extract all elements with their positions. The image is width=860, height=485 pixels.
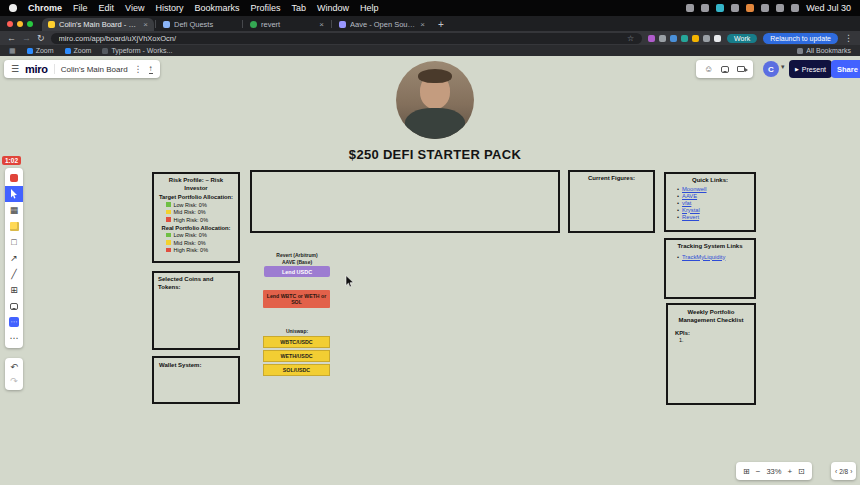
timer-badge[interactable]: 1:02 — [2, 156, 21, 165]
comments-icon[interactable] — [721, 66, 729, 73]
menubar-status-icon[interactable] — [686, 4, 694, 12]
comment-tool-button[interactable] — [5, 298, 23, 314]
undo-icon[interactable]: ↶ — [10, 360, 18, 374]
bookmark-zoom-2[interactable]: Zoom — [65, 47, 92, 54]
board-name[interactable]: Colin's Main Board — [61, 65, 128, 74]
main-empty-frame[interactable] — [250, 170, 560, 233]
tab-close-icon[interactable]: × — [143, 20, 148, 29]
next-frame-icon[interactable]: › — [850, 468, 852, 475]
all-bookmarks-button[interactable]: All Bookmarks — [797, 47, 851, 54]
menubar-status-icon[interactable] — [701, 4, 709, 12]
redo-icon[interactable]: ↷ — [10, 374, 18, 388]
menubar-item-view[interactable]: View — [125, 3, 144, 13]
sticky-note-tool-button[interactable] — [5, 218, 23, 234]
fullscreen-icon[interactable]: ⊡ — [798, 467, 805, 476]
window-zoom-button[interactable] — [27, 21, 33, 27]
menubar-item-help[interactable]: Help — [360, 3, 379, 13]
puzzle-extensions-icon[interactable] — [714, 35, 721, 42]
bookmark-typeform[interactable]: Typeform - Works... — [102, 47, 172, 54]
menubar-item-profiles[interactable]: Profiles — [250, 3, 280, 13]
window-close-button[interactable] — [7, 21, 13, 27]
zoom-out-button[interactable]: − — [756, 467, 761, 476]
tab-aave[interactable]: Aave - Open Source Liquidit... × — [333, 18, 431, 31]
frames-grid-icon[interactable]: ⊞ — [743, 467, 750, 476]
menubar-item-edit[interactable]: Edit — [99, 3, 115, 13]
pen-tool-button[interactable]: ╱ — [5, 266, 23, 282]
link-aave[interactable]: AAVE — [682, 193, 697, 199]
weekly-checklist-frame[interactable]: Weekly Portfolio Management Checklist KP… — [666, 303, 756, 405]
apps-tool-button[interactable]: ⋯ — [5, 314, 23, 330]
new-tab-button[interactable]: + — [438, 19, 444, 30]
prev-frame-icon[interactable]: ‹ — [835, 468, 837, 475]
board-options-icon[interactable]: ⋮ — [134, 64, 143, 74]
pool-card-weth-usdc[interactable]: WETH/USDC — [263, 350, 330, 362]
user-avatar[interactable]: C — [763, 61, 779, 77]
link-revert[interactable]: Revert — [682, 214, 699, 220]
lend-usdc-card[interactable]: Lend USDC — [264, 266, 330, 277]
current-figures-frame[interactable]: Current Figures: — [568, 170, 655, 233]
wallet-system-frame[interactable]: Wallet System: — [152, 356, 240, 404]
extension-icon[interactable] — [681, 35, 688, 42]
video-call-icon[interactable] — [737, 66, 745, 72]
more-tools-button[interactable]: ⋯ — [5, 330, 23, 346]
board-heading-text[interactable]: $250 DEFI STARTER PACK — [285, 147, 585, 162]
menubar-item-tab[interactable]: Tab — [291, 3, 306, 13]
menubar-item-file[interactable]: File — [73, 3, 88, 13]
bookmark-zoom-1[interactable]: Zoom — [27, 47, 54, 54]
shapes-tool-button[interactable]: □ — [5, 234, 23, 250]
select-tool-button[interactable] — [5, 186, 23, 202]
menubar-clock[interactable]: Wed Jul 30 — [806, 3, 851, 13]
frame-tool-button[interactable]: ⊞ — [5, 282, 23, 298]
export-board-icon[interactable]: ↑ — [149, 65, 153, 74]
extension-icon[interactable] — [648, 35, 655, 42]
chrome-profile-chip[interactable]: Work — [727, 34, 757, 43]
pool-card-sol-usdc[interactable]: SOL/USDC — [263, 364, 330, 376]
reactions-icon[interactable]: ☺ — [704, 65, 713, 74]
hamburger-menu-icon[interactable]: ☰ — [11, 64, 19, 74]
extension-icon[interactable] — [670, 35, 677, 42]
reload-icon[interactable]: ↻ — [37, 34, 45, 43]
tab-close-icon[interactable]: × — [420, 20, 425, 29]
connector-tool-button[interactable]: ↗ — [5, 250, 23, 266]
menubar-status-icon[interactable] — [776, 4, 784, 12]
zoom-level[interactable]: 33% — [766, 467, 781, 476]
risk-profile-frame[interactable]: Risk Profile: – Risk Investor Target Por… — [152, 172, 240, 263]
tracking-links-frame[interactable]: Tracking System Links •TrackMyLiquidity — [664, 238, 756, 299]
menubar-item-history[interactable]: History — [155, 3, 183, 13]
menubar-item-bookmarks[interactable]: Bookmarks — [194, 3, 239, 13]
selected-coins-frame[interactable]: Selected Coins and Tokens: — [152, 271, 240, 350]
link-vfat[interactable]: vfat — [682, 200, 691, 206]
window-minimize-button[interactable] — [17, 21, 23, 27]
quick-links-frame[interactable]: Quick Links: •Moonwell •AAVE •vfat •Krys… — [664, 172, 756, 232]
bookmark-star-icon[interactable]: ☆ — [627, 34, 634, 43]
apple-menu-icon[interactable] — [9, 4, 17, 12]
pool-card-wbtc-usdc[interactable]: WBTC/USDC — [263, 336, 330, 348]
link-moonwell[interactable]: Moonwell — [682, 186, 707, 192]
share-button[interactable]: Share — [831, 60, 860, 78]
menubar-item-window[interactable]: Window — [317, 3, 349, 13]
relaunch-update-button[interactable]: Relaunch to update — [763, 33, 838, 44]
webcam-avatar-image[interactable] — [396, 61, 474, 139]
menubar-status-icon[interactable] — [791, 4, 799, 12]
apps-grid-icon[interactable]: ▦ — [9, 47, 16, 55]
menubar-status-icon[interactable] — [731, 4, 739, 12]
menubar-app-name[interactable]: Chrome — [28, 3, 62, 13]
address-omnibox[interactable]: miro.com/app/board/uXjVhXoxOcn/ ☆ — [51, 33, 643, 44]
browser-menu-icon[interactable]: ⋮ — [844, 33, 853, 43]
zoom-in-button[interactable]: + — [787, 467, 792, 476]
menubar-status-icon[interactable] — [716, 4, 724, 12]
tab-revert[interactable]: revert × — [244, 18, 330, 31]
present-button[interactable]: ▶ Present — [789, 60, 832, 78]
extension-icon[interactable] — [703, 35, 710, 42]
link-krystal[interactable]: Krystal — [682, 207, 700, 213]
stop-record-button[interactable] — [5, 170, 23, 186]
menubar-status-icon[interactable] — [746, 4, 754, 12]
avatar-chevron-icon[interactable]: ▾ — [781, 63, 785, 71]
menubar-status-icon[interactable] — [761, 4, 769, 12]
extension-icon[interactable] — [692, 35, 699, 42]
tab-miro-board[interactable]: Colin's Main Board - Miro × — [42, 18, 154, 31]
link-trackmyliquidity[interactable]: TrackMyLiquidity — [682, 254, 725, 260]
extension-icon[interactable] — [659, 35, 666, 42]
miro-logo[interactable]: miro — [25, 63, 48, 75]
forward-icon[interactable]: → — [22, 34, 31, 43]
